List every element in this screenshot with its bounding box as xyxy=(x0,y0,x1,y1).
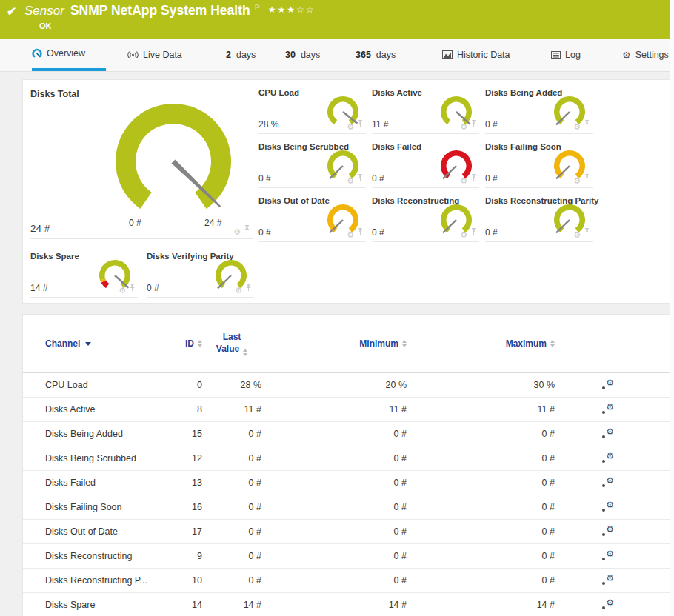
maximum-cell: 0 # xyxy=(407,502,555,512)
column-header-maximum[interactable]: Maximum xyxy=(407,338,555,349)
gauge-panel-disks-spare[interactable]: Disks Spare14 #⚙ xyxy=(30,250,138,298)
channel-settings-gear-icon[interactable]: ⚙ xyxy=(602,427,614,438)
gear-icon[interactable]: ⚙ xyxy=(119,287,126,295)
gear-icon[interactable]: ⚙ xyxy=(573,123,581,131)
sort-toggle-icon[interactable] xyxy=(550,340,555,347)
gauge-panel-disks-total[interactable]: Disks Total 0 # 24 # 24 # ⚙ xyxy=(30,86,253,239)
gear-icon[interactable]: ⚙ xyxy=(460,123,467,131)
channel-settings-gear-icon[interactable]: ⚙ xyxy=(602,574,614,585)
tab-settings[interactable]: ⚙Settings xyxy=(622,38,669,71)
channel-settings-gear-icon[interactable]: ⚙ xyxy=(602,500,614,512)
minimum-cell: 0 # xyxy=(261,478,407,488)
panel-icon-group: ⚙ xyxy=(235,281,252,295)
channel-name-cell: Disks Failing Soon xyxy=(23,502,171,512)
channel-settings-gear-icon[interactable]: ⚙ xyxy=(602,452,614,463)
pin-icon xyxy=(129,284,136,292)
gear-icon[interactable]: ⚙ xyxy=(347,231,354,239)
gauge-panel-disks-reconstructing-parity[interactable]: Disks Reconstructing Parity0 #⚙ xyxy=(485,194,593,242)
sensor-title: SNMP NetApp System Health xyxy=(70,3,250,18)
gauge-panel-disks-being-added[interactable]: Disks Being Added0 #⚙ xyxy=(485,86,593,134)
pin-icon[interactable] xyxy=(584,172,590,185)
gauge-title: Disks Spare xyxy=(30,252,79,261)
minimum-cell: 20 % xyxy=(261,380,407,390)
column-header-minimum[interactable]: Minimum xyxy=(261,338,407,349)
scrollbar-track[interactable] xyxy=(670,0,674,616)
column-header-id[interactable]: ID xyxy=(171,338,202,349)
gauge-panel-disks-active[interactable]: Disks Active11 #⚙ xyxy=(372,86,479,134)
star-filled-icon[interactable]: ★ xyxy=(268,4,278,15)
star-rating[interactable]: ★★★☆☆ xyxy=(268,4,316,15)
pin-icon[interactable] xyxy=(129,281,136,295)
tab-label: Live Data xyxy=(143,50,182,60)
pin-icon[interactable] xyxy=(584,226,590,239)
sort-toggle-icon[interactable] xyxy=(243,349,247,356)
gear-icon[interactable]: ⚙ xyxy=(573,231,581,239)
gauge-panel-disks-failed[interactable]: Disks Failed0 #⚙ xyxy=(372,140,479,188)
pin-icon[interactable] xyxy=(357,226,364,239)
gauge-panel-disks-failing-soon[interactable]: Disks Failing Soon0 #⚙ xyxy=(485,140,593,188)
channel-settings-gear-icon[interactable]: ⚙ xyxy=(602,378,614,389)
tab-label: days xyxy=(376,50,396,60)
table-row-disks-out-of-date: Disks Out of Date170 #0 #0 #⚙ xyxy=(23,520,670,544)
pin-icon xyxy=(470,174,477,182)
gear-icon[interactable]: ⚙ xyxy=(233,228,241,236)
channel-id-cell: 16 xyxy=(171,502,202,512)
maximum-cell: 0 # xyxy=(407,526,555,537)
channel-actions-cell: ⚙ xyxy=(555,452,670,465)
gauge-value: 0 # xyxy=(372,173,384,184)
sort-desc-icon[interactable] xyxy=(85,342,91,346)
gauge-panel-disks-out-of-date[interactable]: Disks Out of Date0 #⚙ xyxy=(258,194,366,242)
flag-icon[interactable]: ⚐ xyxy=(254,3,261,11)
gauge-panel-disks-being-scrubbed[interactable]: Disks Being Scrubbed0 #⚙ xyxy=(258,140,366,188)
tab-30-days[interactable]: 30days xyxy=(285,38,320,71)
channel-settings-gear-icon[interactable]: ⚙ xyxy=(602,476,614,487)
tab-number: 365 xyxy=(356,50,371,60)
star-filled-icon[interactable]: ★ xyxy=(277,4,287,15)
tab-365-days[interactable]: 365days xyxy=(356,38,396,71)
tab-log[interactable]: Log xyxy=(551,38,581,71)
last-value-cell: 0 # xyxy=(202,429,261,439)
pin-icon[interactable] xyxy=(584,118,590,131)
star-filled-icon[interactable]: ★ xyxy=(287,4,296,15)
gear-icon[interactable]: ⚙ xyxy=(235,287,242,295)
star-empty-icon[interactable]: ☆ xyxy=(306,4,316,15)
pin-icon[interactable] xyxy=(245,281,252,295)
channel-settings-gear-icon[interactable]: ⚙ xyxy=(602,403,614,414)
gauge-panel-disks-verifying-parity[interactable]: Disks Verifying Parity0 #⚙ xyxy=(147,250,254,298)
pin-icon[interactable] xyxy=(357,118,364,131)
star-empty-icon[interactable]: ☆ xyxy=(296,4,306,15)
table-row-disks-reconstructing: Disks Reconstructing90 #0 #0 #⚙ xyxy=(23,544,670,569)
gauge-value: 0 # xyxy=(258,227,271,238)
gear-icon[interactable]: ⚙ xyxy=(347,177,354,185)
tab-2-days[interactable]: 2days xyxy=(226,38,256,71)
channel-table-card: ChannelIDLastValueMinimumMaximum CPU Loa… xyxy=(22,314,670,616)
tab-historic-data[interactable]: Historic Data xyxy=(442,38,510,71)
channel-settings-gear-icon[interactable]: ⚙ xyxy=(602,549,614,560)
column-header-last-value[interactable]: LastValue xyxy=(202,331,261,356)
last-value-cell: 0 # xyxy=(202,526,261,537)
live-data-icon xyxy=(127,50,139,59)
gauge-panel-disks-reconstructing[interactable]: Disks Reconstructing0 #⚙ xyxy=(372,194,479,242)
pin-icon[interactable] xyxy=(244,223,250,236)
tab-overview[interactable]: Overview xyxy=(32,38,106,71)
maximum-cell: 11 # xyxy=(407,404,555,415)
gauge-value: 0 # xyxy=(258,173,271,184)
tab-number: 30 xyxy=(285,50,296,60)
gauge-panel-cpu-load[interactable]: CPU Load28 %⚙ xyxy=(258,86,366,134)
tab-live-data[interactable]: Live Data xyxy=(127,38,182,71)
gauge-title: Disks Active xyxy=(372,88,422,97)
gear-icon[interactable]: ⚙ xyxy=(573,177,581,185)
pin-icon[interactable] xyxy=(357,172,364,185)
gear-icon[interactable]: ⚙ xyxy=(347,123,354,131)
channel-settings-gear-icon[interactable]: ⚙ xyxy=(602,598,614,609)
minimum-cell: 0 # xyxy=(261,453,407,463)
gear-icon[interactable]: ⚙ xyxy=(460,231,467,239)
pin-icon[interactable] xyxy=(470,226,477,239)
column-header-channel[interactable]: Channel xyxy=(23,338,171,349)
channel-settings-gear-icon[interactable]: ⚙ xyxy=(602,525,614,536)
gauge-title: CPU Load xyxy=(258,88,299,97)
gear-icon[interactable]: ⚙ xyxy=(460,177,467,185)
pin-icon[interactable] xyxy=(470,172,477,185)
pin-icon[interactable] xyxy=(470,118,477,131)
table-row-disks-spare: Disks Spare1414 #14 #14 #⚙ xyxy=(23,593,670,616)
